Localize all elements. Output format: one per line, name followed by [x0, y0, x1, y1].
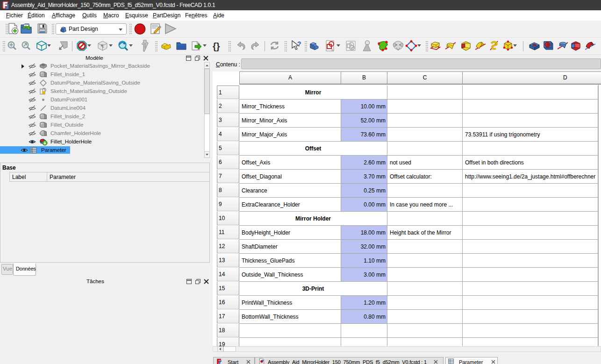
svg-text:?: ? — [297, 40, 301, 48]
